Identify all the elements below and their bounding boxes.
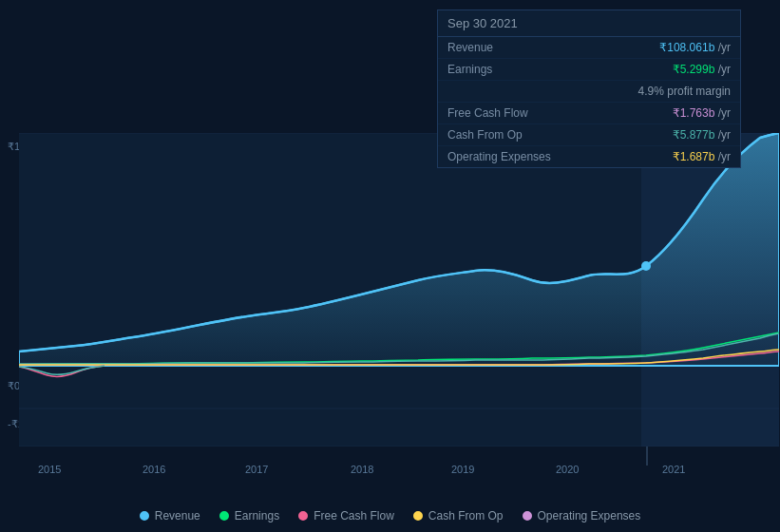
tooltip-cashfromop-value: ₹5.877b /yr [673,128,731,142]
legend-label-cashfromop: Cash From Op [428,509,504,522]
tooltip-revenue-value: ₹108.061b /yr [659,41,731,54]
legend-dot-fcf [298,511,308,521]
tooltip-profit-margin-row: 4.9% profit margin [438,81,740,103]
svg-point-6 [641,261,651,271]
legend-label-earnings: Earnings [235,509,279,522]
legend-dot-cashfromop [413,511,423,521]
x-label-2020: 2020 [556,464,579,475]
x-label-2017: 2017 [245,464,268,475]
legend: Revenue Earnings Free Cash Flow Cash Fro… [0,509,780,522]
tooltip-cashfromop-label: Cash From Op [447,128,523,142]
tooltip-cashfromop-row: Cash From Op ₹5.877b /yr [438,124,740,146]
tooltip-fcf-value: ₹1.763b /yr [673,106,731,120]
legend-item-revenue[interactable]: Revenue [140,509,200,522]
legend-label-fcf: Free Cash Flow [314,509,394,522]
legend-item-earnings[interactable]: Earnings [219,509,279,522]
tooltip-profit-margin-value: 4.9% profit margin [638,85,731,98]
legend-item-cashfromop[interactable]: Cash From Op [413,509,504,522]
tooltip-earnings-row: Earnings ₹5.299b /yr [438,59,740,81]
x-label-2018: 2018 [351,464,373,475]
tooltip-fcf-row: Free Cash Flow ₹1.763b /yr [438,103,740,124]
tooltip: Sep 30 2021 Revenue ₹108.061b /yr Earnin… [437,10,741,168]
tooltip-revenue-row: Revenue ₹108.061b /yr [438,37,740,59]
tooltip-opexp-label: Operating Expenses [447,150,551,163]
tooltip-opexp-value: ₹1.687b /yr [673,150,731,163]
tooltip-revenue-label: Revenue [447,41,493,54]
x-label-2015: 2015 [38,464,61,475]
chart-area: Sep 30 2021 Revenue ₹108.061b /yr Earnin… [0,0,780,532]
tooltip-date: Sep 30 2021 [438,10,740,37]
legend-dot-earnings [219,511,229,521]
tooltip-earnings-value: ₹5.299b /yr [673,63,731,76]
x-label-2016: 2016 [143,464,165,475]
tooltip-earnings-label: Earnings [447,63,492,76]
legend-dot-revenue [140,511,149,521]
legend-label-revenue: Revenue [155,509,200,522]
legend-item-fcf[interactable]: Free Cash Flow [298,509,394,522]
chart-svg [19,133,779,446]
legend-item-opexp[interactable]: Operating Expenses [523,509,641,522]
tooltip-fcf-label: Free Cash Flow [447,106,528,120]
legend-dot-opexp [523,511,532,521]
x-label-2021: 2021 [662,464,685,475]
x-label-2019: 2019 [451,464,474,475]
tooltip-opexp-row: Operating Expenses ₹1.687b /yr [438,146,740,167]
legend-label-opexp: Operating Expenses [538,509,641,522]
